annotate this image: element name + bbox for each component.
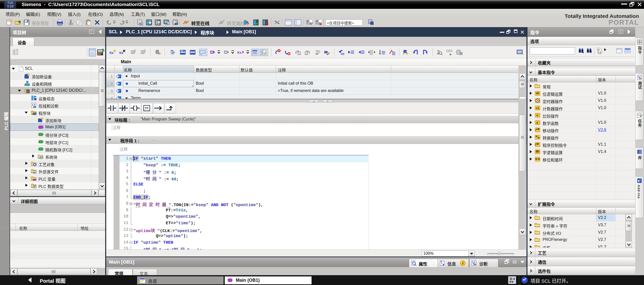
svg-text:01: 01 [119,83,121,85]
svg-text:RT: RT [175,23,178,25]
svg-text:+1: +1 [536,107,539,110]
svg-text:01: 01 [119,76,121,78]
svg-text:Kх: Kх [237,51,242,54]
svg-text:?: ? [247,22,249,26]
svg-text:V̲: V̲ [598,49,599,51]
svg-text:±: ± [536,121,538,124]
svg-text:??: ?? [145,107,148,110]
svg-text:<: < [536,113,538,117]
svg-text:01: 01 [34,171,36,174]
svg-text:01: 01 [119,90,121,92]
svg-text:Kх: Kх [110,51,114,55]
svg-text:01: 01 [140,23,142,25]
